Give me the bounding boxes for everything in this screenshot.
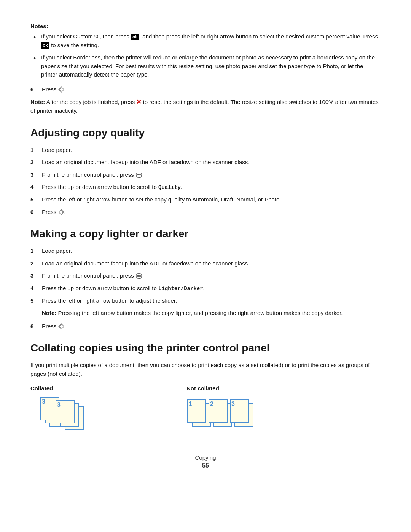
step-content: Load an original document faceup into th… bbox=[42, 259, 381, 268]
step-2-6: 6 Press . bbox=[30, 322, 381, 331]
bullet-item-2: If you select Borderless, then the print… bbox=[30, 53, 381, 79]
step-1-1: 1 Load paper. bbox=[30, 146, 381, 155]
section-collating: Collating copies using the printer contr… bbox=[30, 342, 381, 431]
step-content: Press . bbox=[42, 322, 381, 331]
page-card: 2 bbox=[209, 399, 228, 423]
not-collated-col: Not collated 1 1 2 2 3 bbox=[186, 385, 244, 431]
page-num: 3 bbox=[231, 401, 235, 407]
lighter-darker-code: Lighter/Darker bbox=[158, 286, 203, 292]
not-collated-diagram: 1 1 2 2 3 3 bbox=[186, 395, 244, 431]
collated-diagram: 1 2 3 1 2 3 bbox=[30, 395, 80, 431]
step-1-3: 3 From the printer control panel, press … bbox=[30, 171, 381, 179]
stack-icon-1 bbox=[135, 171, 142, 178]
footer: Copying 55 bbox=[30, 454, 381, 469]
step-num: 6 bbox=[30, 322, 42, 331]
step-num: 1 bbox=[30, 146, 42, 155]
step-content: From the printer control panel, press . bbox=[42, 171, 381, 179]
ok-badge-1: ok bbox=[131, 34, 139, 41]
step-6-num: 6 bbox=[30, 85, 42, 94]
diamond-icon-s2-6 bbox=[58, 323, 64, 329]
step-content: Load paper. bbox=[42, 146, 381, 155]
note-bold: Note: bbox=[42, 310, 56, 316]
step-content: From the printer control panel, press . bbox=[42, 272, 381, 280]
stack-icon-2 bbox=[135, 272, 142, 279]
notes-bullet-list: If you select Custom %, then press ok, a… bbox=[30, 32, 381, 79]
bullet-1-text: If you select Custom %, then press ok, a… bbox=[41, 33, 378, 48]
step-num: 3 bbox=[30, 272, 42, 280]
x-cancel-icon: ✕ bbox=[136, 99, 141, 105]
step-2-5: 5 Press the left or right arrow button t… bbox=[30, 297, 381, 305]
step-1-5: 5 Press the left or right arrow button t… bbox=[30, 195, 381, 204]
bullet-2-text: If you select Borderless, then the print… bbox=[41, 54, 375, 78]
page-num: 2 bbox=[210, 401, 213, 407]
step-num: 5 bbox=[30, 297, 42, 305]
step-num: 4 bbox=[30, 183, 42, 192]
step6-note-bold: Note: bbox=[30, 99, 45, 105]
notes-section: Notes: If you select Custom %, then pres… bbox=[30, 23, 381, 115]
step6-note: Note: After the copy job is finished, pr… bbox=[30, 97, 381, 115]
page-num: 3 bbox=[57, 401, 61, 408]
page-card: 1 bbox=[187, 399, 206, 423]
not-collated-label: Not collated bbox=[186, 385, 219, 391]
diamond-icon-step6 bbox=[58, 86, 64, 93]
step-2-1: 1 Load paper. bbox=[30, 247, 381, 256]
step-content: Press . bbox=[42, 208, 381, 217]
step-1-4: 4 Press the up or down arrow button to s… bbox=[30, 183, 381, 192]
step-6-content: Press . bbox=[42, 85, 381, 94]
section-adjusting-copy-quality: Adjusting copy quality 1 Load paper. 2 L… bbox=[30, 127, 381, 217]
step-num: 2 bbox=[30, 259, 42, 268]
quality-code: Quality bbox=[158, 184, 181, 190]
step-content: Press the left or right arrow button to … bbox=[42, 297, 381, 305]
collating-diagrams: Collated 1 2 3 1 2 bbox=[30, 385, 381, 431]
step-2-2: 2 Load an original document faceup into … bbox=[30, 259, 381, 268]
step-6-initial: 6 Press . bbox=[30, 85, 381, 94]
step-num: 4 bbox=[30, 284, 42, 293]
page-num: 3 bbox=[42, 398, 45, 405]
section-heading-1: Adjusting copy quality bbox=[30, 127, 381, 139]
section-heading-2: Making a copy lighter or darker bbox=[30, 228, 381, 240]
notes-label: Notes: bbox=[30, 23, 381, 29]
step-2-5-note: Note: Pressing the left arrow button mak… bbox=[42, 309, 381, 318]
step-1-6: 6 Press . bbox=[30, 208, 381, 217]
page-card: 3 bbox=[56, 400, 75, 423]
step-content: Load paper. bbox=[42, 247, 381, 256]
step-content: Press the up or down arrow button to scr… bbox=[42, 183, 381, 192]
section-making-copy-lighter: Making a copy lighter or darker 1 Load p… bbox=[30, 228, 381, 331]
bullet-item-1: If you select Custom %, then press ok, a… bbox=[30, 32, 381, 50]
section-heading-3: Collating copies using the printer contr… bbox=[30, 342, 381, 354]
diamond-icon-s1-6 bbox=[58, 209, 64, 215]
page-num: 1 bbox=[189, 401, 192, 407]
ok-badge-2: ok bbox=[41, 42, 49, 49]
step-2-3: 3 From the printer control panel, press … bbox=[30, 272, 381, 280]
step-num: 2 bbox=[30, 158, 42, 167]
page-card: 3 bbox=[230, 399, 249, 423]
page-number: 55 bbox=[30, 462, 381, 469]
step-content: Load an original document faceup into th… bbox=[42, 158, 381, 167]
step-1-2: 2 Load an original document faceup into … bbox=[30, 158, 381, 167]
step-2-4: 4 Press the up or down arrow button to s… bbox=[30, 284, 381, 293]
step-content: Press the up or down arrow button to scr… bbox=[42, 284, 381, 293]
collating-intro: If you print multiple copies of a docume… bbox=[30, 361, 381, 378]
step-num: 5 bbox=[30, 195, 42, 204]
step-num: 1 bbox=[30, 247, 42, 256]
collated-label: Collated bbox=[30, 385, 53, 391]
footer-section-label: Copying bbox=[195, 454, 216, 461]
step-num: 6 bbox=[30, 208, 42, 217]
step-num: 3 bbox=[30, 171, 42, 179]
step-content: Press the left or right arrow button to … bbox=[42, 195, 381, 204]
collated-col: Collated 1 2 3 1 2 bbox=[30, 385, 80, 431]
